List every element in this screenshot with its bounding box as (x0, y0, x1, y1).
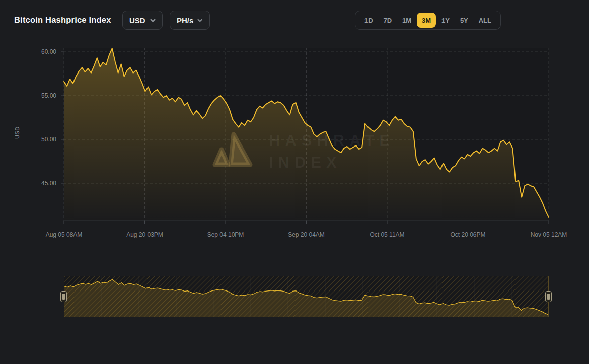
range-button-1m[interactable]: 1M (397, 13, 416, 28)
range-button-7d[interactable]: 7D (379, 13, 397, 28)
x-axis-tick-label: Aug 05 08AM (46, 231, 83, 238)
range-button-5y[interactable]: 5Y (455, 13, 473, 28)
x-axis-tick-label: Nov 05 12AM (531, 231, 567, 238)
chevron-down-icon (150, 19, 156, 22)
currency-dropdown-value: USD (129, 16, 145, 25)
page-title: Bitcoin Hashprice Index (14, 15, 111, 25)
range-button-1d[interactable]: 1D (359, 13, 378, 28)
chevron-down-icon (197, 19, 203, 22)
navigator-chart[interactable] (64, 276, 548, 317)
price-line-chart[interactable] (64, 48, 549, 223)
x-axis-tick-label: Oct 05 11AM (370, 231, 404, 238)
y-axis-title: USD (14, 127, 20, 139)
currency-dropdown[interactable]: USD (122, 11, 163, 30)
range-button-3m[interactable]: 3M (417, 13, 436, 28)
x-axis-tick-label: Aug 20 03PM (126, 231, 163, 238)
unit-dropdown-value: PH/s (177, 16, 193, 25)
navigator[interactable] (64, 276, 549, 317)
y-axis-tick-label: 45.00 (25, 180, 56, 187)
x-axis-tick-label: Sep 04 10PM (207, 231, 244, 238)
navigator-handle-left[interactable] (60, 291, 67, 302)
y-axis-tick-label: 50.00 (25, 136, 56, 143)
range-button-all[interactable]: ALL (474, 13, 496, 28)
y-axis-tick-label: 60.00 (25, 48, 56, 55)
hashprice-index-widget: Bitcoin Hashprice Index USD PH/s 1D7D1M3… (0, 0, 589, 364)
range-button-1y[interactable]: 1Y (436, 13, 455, 28)
x-axis-tick-label: Sep 20 04AM (288, 231, 325, 238)
unit-dropdown[interactable]: PH/s (170, 11, 210, 30)
range-selector: 1D7D1M3M1Y5YALL (355, 11, 501, 30)
navigator-handle-right[interactable] (545, 291, 552, 302)
x-axis-tick-label: Oct 20 06PM (450, 231, 485, 238)
y-axis-tick-label: 55.00 (25, 92, 56, 99)
